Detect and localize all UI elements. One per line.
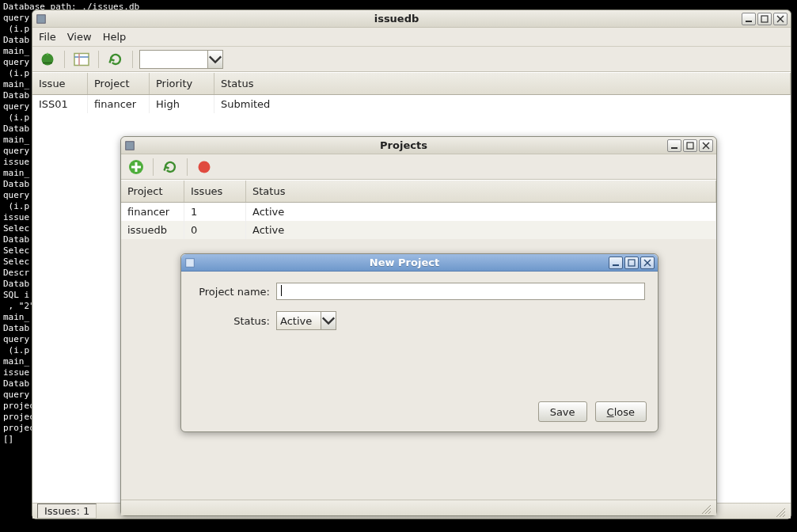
add-project-button[interactable]	[126, 158, 146, 177]
projects-window-titlebar[interactable]: Projects	[121, 137, 716, 154]
cell-project: financer	[88, 95, 150, 113]
col-issues[interactable]: Issues	[184, 180, 246, 202]
menubar: File View Help	[32, 28, 791, 47]
toolbar-separator	[132, 51, 133, 68]
svg-rect-2	[761, 16, 768, 22]
chevron-down-icon[interactable]	[321, 312, 336, 329]
table-row[interactable]: financer 1 Active	[121, 203, 716, 221]
svg-rect-6	[74, 53, 89, 65]
delete-project-button[interactable]	[194, 158, 214, 177]
col-status[interactable]: Status	[214, 73, 791, 94]
status-label: Status:	[194, 315, 270, 327]
projects-button[interactable]	[71, 50, 92, 69]
cell-status: Active	[246, 203, 716, 221]
new-project-dialog: New Project Project name: Status: Active…	[180, 253, 658, 432]
col-status[interactable]: Status	[246, 180, 716, 202]
toolbar-separator	[187, 158, 188, 176]
minimize-button[interactable]	[742, 13, 756, 25]
projects-table-header: Project Issues Status	[121, 180, 716, 203]
cell-issues: 1	[184, 203, 246, 221]
svg-line-22	[705, 508, 711, 514]
status-combo-value: Active	[277, 312, 321, 329]
close-button[interactable]	[773, 13, 788, 25]
table-row[interactable]: issuedb 0 Active	[121, 221, 716, 239]
close-dialog-button[interactable]: Close	[595, 401, 647, 422]
main-toolbar	[32, 47, 791, 72]
resize-grip-icon[interactable]	[699, 502, 712, 515]
svg-line-23	[708, 511, 711, 514]
maximize-button[interactable]	[757, 13, 772, 25]
svg-line-10	[780, 511, 785, 517]
refresh-projects-button[interactable]	[160, 158, 180, 177]
close-button[interactable]	[640, 256, 655, 269]
issues-table-header: Issue Project Priority Status	[32, 72, 791, 95]
toolbar-separator	[98, 51, 99, 68]
projects-statusbar	[121, 500, 716, 515]
project-name-label: Project name:	[194, 286, 270, 298]
col-issue[interactable]: Issue	[32, 73, 88, 94]
table-row[interactable]: ISS01 financer High Submited	[32, 95, 791, 113]
save-button[interactable]: Save	[538, 401, 587, 422]
svg-rect-24	[186, 258, 195, 267]
svg-rect-12	[126, 141, 135, 150]
svg-rect-14	[687, 142, 693, 149]
svg-point-20	[199, 161, 211, 173]
chevron-down-icon[interactable]	[208, 51, 222, 68]
resize-grip-icon[interactable]	[773, 505, 786, 518]
main-window-titlebar[interactable]: issuedb	[32, 10, 791, 28]
col-project[interactable]: Project	[121, 180, 184, 202]
cell-status: Submited	[214, 95, 791, 113]
main-window-title: issuedb	[51, 13, 742, 25]
app-icon	[184, 257, 195, 268]
new-issue-button[interactable]	[37, 50, 58, 69]
toolbar-separator	[153, 158, 154, 176]
refresh-button[interactable]	[105, 50, 126, 69]
status-issue-count: Issues: 1	[37, 504, 97, 519]
cell-status: Active	[246, 221, 716, 239]
cell-project: financer	[121, 203, 184, 221]
svg-rect-26	[628, 260, 635, 266]
minimize-button[interactable]	[609, 256, 623, 269]
menu-help[interactable]: Help	[103, 31, 127, 43]
svg-line-11	[783, 515, 785, 517]
menu-file[interactable]: File	[39, 31, 56, 43]
new-project-titlebar[interactable]: New Project	[181, 254, 658, 272]
col-project[interactable]: Project	[88, 73, 150, 94]
projects-toolbar	[121, 154, 716, 180]
project-name-input[interactable]	[276, 283, 645, 300]
new-project-title: New Project	[200, 256, 609, 268]
cell-issue: ISS01	[32, 95, 88, 113]
cell-project: issuedb	[121, 221, 184, 239]
app-icon	[124, 140, 135, 151]
text-caret-icon	[281, 285, 282, 296]
toolbar-separator	[64, 51, 65, 68]
app-icon	[36, 13, 47, 25]
projects-window-title: Projects	[140, 139, 667, 151]
cell-issues: 0	[184, 221, 246, 239]
maximize-button[interactable]	[683, 139, 697, 152]
col-priority[interactable]: Priority	[150, 73, 214, 94]
filter-combo[interactable]	[139, 50, 223, 69]
maximize-button[interactable]	[624, 256, 639, 269]
filter-combo-value	[140, 51, 208, 68]
svg-rect-0	[37, 14, 46, 23]
minimize-button[interactable]	[667, 139, 681, 152]
status-combo[interactable]: Active	[276, 311, 336, 330]
close-button[interactable]	[699, 139, 713, 152]
cell-priority: High	[150, 95, 214, 113]
menu-view[interactable]: View	[67, 31, 92, 43]
